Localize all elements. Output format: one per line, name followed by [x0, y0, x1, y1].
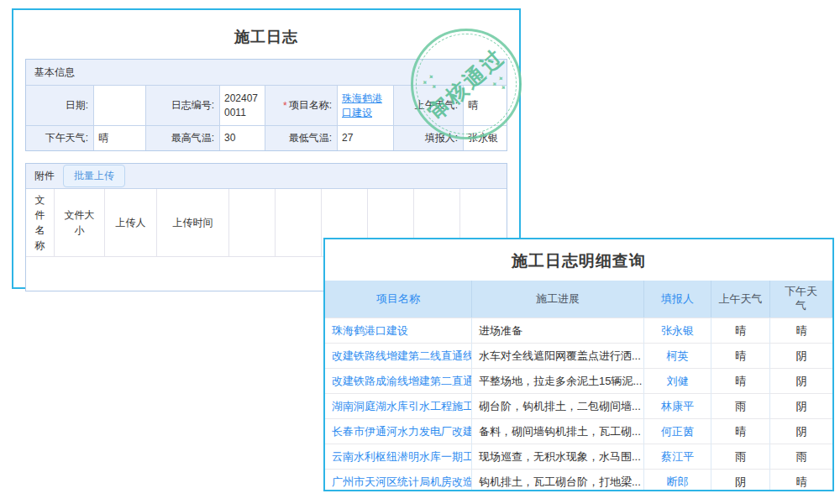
attachment-column-header-empty [276, 189, 322, 256]
project-name-label: *项目名称: [265, 85, 337, 125]
am-weather-value: 阴 [711, 469, 770, 491]
progress-text: 水车对全线遮阳网覆盖点进行洒... [472, 343, 644, 368]
required-asterisk: * [283, 100, 287, 112]
batch-upload-button[interactable]: 批量上传 [63, 165, 125, 187]
column-header: 上午天气 [711, 281, 770, 318]
progress-text: 备料，砌间墙钩机排土，瓦工砌... [472, 418, 644, 444]
max-temp-label: 最高气温: [145, 125, 219, 150]
reporter-link[interactable]: 刘健 [644, 368, 711, 393]
am-weather-value: 晴 [711, 368, 770, 393]
pm-weather-value: 阴 [770, 418, 832, 444]
progress-text: 平整场地，拉走多余泥土15辆泥... [472, 368, 644, 393]
attachment-column-header: 上传人 [105, 189, 157, 256]
project-link[interactable]: 云南水利枢纽潜明水库一期工程 [325, 444, 472, 469]
table-row: 广州市天河区统计局机房改造项目钩机排土，瓦工砌台阶，打地梁...断郎阴晴 [325, 469, 832, 491]
pm-weather-value: 阴 [770, 343, 832, 368]
pm-weather-value: 雨 [770, 444, 832, 469]
column-header: 项目名称 [325, 281, 472, 318]
attachment-column-header: 文件名称 [26, 189, 55, 256]
am-weather-label: 上午天气: [393, 85, 463, 125]
attachment-column-header: 文件大小 [55, 189, 105, 256]
reporter-link[interactable]: 蔡江平 [644, 444, 711, 469]
pm-weather-value: 阴 [770, 368, 832, 393]
log-number-field: 2024070011 [219, 85, 265, 125]
table-row: 珠海鹤港口建设进场准备张永银晴晴 [325, 318, 832, 343]
progress-text: 进场准备 [472, 318, 644, 343]
table-row: 湖南洞庭湖水库引水工程施工项目砌台阶，钩机排土，二包砌间墙...林康平雨阴 [325, 393, 832, 418]
progress-text: 钩机排土，瓦工砌台阶，打地梁... [472, 469, 644, 491]
column-header: 施工进展 [472, 281, 644, 318]
project-link[interactable]: 改建铁路线增建第二线直通线 [325, 343, 472, 368]
am-weather-field: 晴 [463, 85, 507, 125]
pm-weather-value: 阴 [770, 393, 832, 418]
attachment-column-header-empty [229, 189, 276, 256]
column-header: 下午天气 [770, 281, 832, 318]
page-title: 施工日志 [13, 27, 519, 47]
project-link[interactable]: 改建铁路成渝线增建第二直通线 [325, 368, 472, 393]
basic-info-section-title: 基本信息 [26, 60, 507, 85]
am-weather-value: 晴 [711, 343, 770, 368]
reporter-link[interactable]: 何正茵 [644, 418, 711, 444]
basic-info-table: 基本信息 日期: 日志编号: 2024070011 *项目名称: 珠海鹤港口建设… [25, 59, 507, 151]
detail-table-body: 珠海鹤港口建设进场准备张永银晴晴改建铁路线增建第二线直通线水车对全线遮阳网覆盖点… [325, 318, 832, 491]
column-header: 填报人 [644, 281, 711, 318]
log-number-label: 日志编号: [145, 85, 219, 125]
am-weather-value: 雨 [711, 393, 770, 418]
pm-weather-field: 晴 [93, 125, 145, 150]
am-weather-value: 晴 [711, 418, 770, 444]
progress-text: 砌台阶，钩机排土，二包砌间墙... [472, 393, 644, 418]
pm-weather-label: 下午天气: [26, 125, 93, 150]
project-link[interactable]: 珠海鹤港口建设 [325, 318, 472, 343]
detail-query-title: 施工日志明细查询 [325, 250, 832, 272]
project-link[interactable]: 长春市伊通河水力发电厂改建工程 [325, 418, 472, 444]
progress-text: 现场巡查，无积水现象，水马围... [472, 444, 644, 469]
attachment-label: 附件 [34, 169, 55, 183]
reporter-label: 填报人: [393, 125, 463, 150]
table-row: 改建铁路成渝线增建第二直通线平整场地，拉走多余泥土15辆泥...刘健晴阴 [325, 368, 832, 393]
reporter-link[interactable]: 断郎 [644, 469, 711, 491]
date-field[interactable] [93, 85, 145, 125]
max-temp-field: 30 [219, 125, 265, 150]
reporter-link[interactable]: 张永银 [644, 318, 711, 343]
am-weather-value: 雨 [711, 444, 770, 469]
date-label: 日期: [26, 85, 93, 125]
reporter-field: 张永银 [463, 125, 507, 150]
min-temp-label: 最低气温: [265, 125, 337, 150]
attachment-column-header: 上传时间 [157, 189, 229, 256]
reporter-link[interactable]: 林康平 [644, 393, 711, 418]
pm-weather-value: 晴 [770, 318, 832, 343]
table-row: 长春市伊通河水力发电厂改建工程备料，砌间墙钩机排土，瓦工砌...何正茵晴阴 [325, 418, 832, 444]
project-link[interactable]: 广州市天河区统计局机房改造项目 [325, 469, 472, 491]
project-name-link[interactable]: 珠海鹤港口建设 [342, 92, 389, 118]
project-name-cell: 珠海鹤港口建设 [337, 85, 393, 125]
detail-table-header: 项目名称施工进展填报人上午天气下午天气 [325, 281, 832, 318]
am-weather-value: 晴 [711, 318, 770, 343]
table-row: 改建铁路线增建第二线直通线水车对全线遮阳网覆盖点进行洒...柯英晴阴 [325, 343, 832, 368]
table-row: 云南水利枢纽潜明水库一期工程现场巡查，无积水现象，水马围...蔡江平雨雨 [325, 444, 832, 469]
min-temp-field: 27 [337, 125, 393, 150]
pm-weather-value: 晴 [770, 469, 832, 491]
detail-query-panel: 施工日志明细查询 项目名称施工进展填报人上午天气下午天气 珠海鹤港口建设进场准备… [323, 238, 834, 491]
attachment-header-bar: 附件 批量上传 [26, 164, 507, 189]
reporter-link[interactable]: 柯英 [644, 343, 711, 368]
project-link[interactable]: 湖南洞庭湖水库引水工程施工项目 [325, 393, 472, 418]
